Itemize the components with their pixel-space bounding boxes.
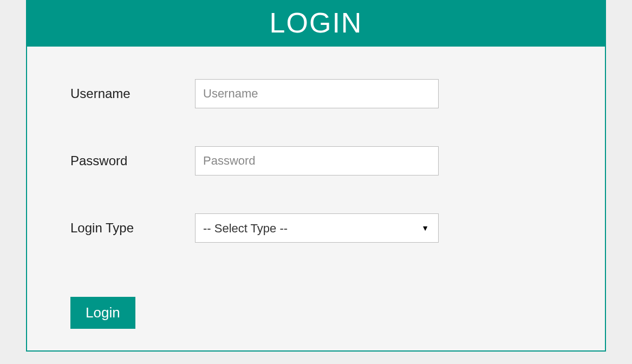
password-input[interactable]	[195, 146, 439, 176]
login-type-label: Login Type	[70, 220, 195, 236]
password-label: Password	[70, 153, 195, 168]
username-row: Username	[70, 79, 562, 108]
login-type-select[interactable]: -- Select Type --	[195, 213, 439, 243]
login-type-select-wrapper: -- Select Type -- ▼	[195, 213, 439, 243]
header-title: LOGIN	[270, 7, 363, 38]
login-button[interactable]: Login	[70, 297, 135, 329]
username-label: Username	[70, 86, 195, 101]
username-input[interactable]	[195, 79, 439, 108]
login-container: LOGIN Username Password Login Type -- Se…	[26, 0, 606, 352]
login-panel: Username Password Login Type -- Select T…	[26, 46, 606, 352]
password-row: Password	[70, 146, 562, 176]
login-header: LOGIN	[26, 0, 606, 46]
login-type-row: Login Type -- Select Type -- ▼	[70, 213, 562, 243]
